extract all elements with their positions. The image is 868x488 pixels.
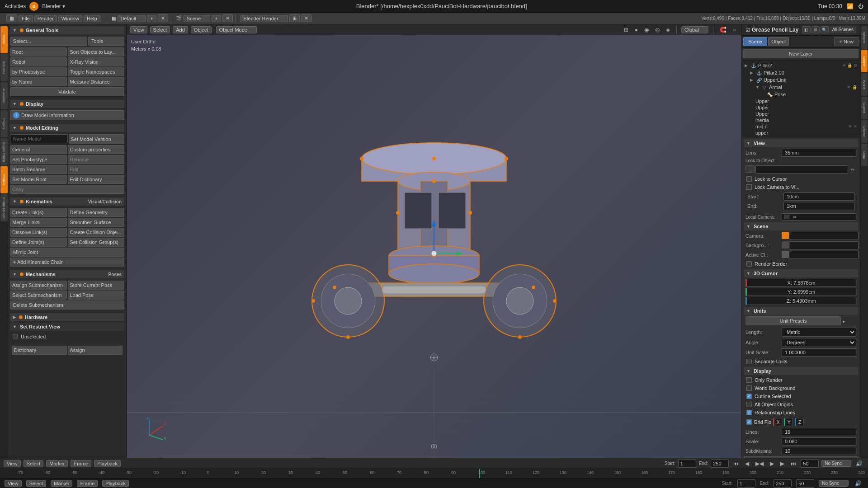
lock-object-input[interactable] (755, 165, 848, 174)
display-right-header[interactable]: ▼ Display (744, 367, 858, 375)
tree-item-midc[interactable]: mid c 👁 ✕ (743, 123, 859, 130)
robot-btn[interactable]: Robot (10, 57, 67, 66)
prop-tab-object[interactable]: Object (861, 97, 868, 119)
tab-relations[interactable]: Relations (0, 54, 8, 81)
viewport[interactable]: View Select Add Object Object Mode ⊞ ● ◉… (127, 24, 741, 458)
edit-dictionary-btn[interactable]: Edit Dictionary (68, 175, 125, 184)
viewport-menu-view[interactable]: View (130, 26, 147, 33)
activities-label[interactable]: Activities (5, 3, 26, 9)
scale-input[interactable] (782, 348, 856, 357)
set-model-root-btn[interactable]: Set Model Root (10, 175, 67, 184)
sort-objects-btn[interactable]: Sort Objects to Lay... (68, 47, 125, 56)
units-header[interactable]: ▼ Units (744, 307, 858, 315)
edit-btn[interactable]: Edit (68, 165, 125, 174)
load-pose-btn[interactable]: Load Pose (68, 291, 125, 300)
workspace-dropdown[interactable]: Default (118, 15, 146, 22)
mechanisms-header[interactable]: ▼ Mechanisms Poses (10, 270, 124, 278)
tab-physics[interactable]: Physics (0, 110, 8, 137)
new-layer-btn[interactable]: New Layer (743, 49, 859, 58)
batch-rename-btn[interactable]: Batch Rename (10, 165, 67, 174)
all-origins-toggle[interactable]: All Object Origins (744, 401, 858, 408)
timeline-view-btn[interactable]: View (4, 460, 21, 467)
engine-expand[interactable]: ⊞ (289, 14, 300, 22)
by-phobostype-btn[interactable]: by Phobostype (10, 67, 67, 76)
assign-submechanism-btn[interactable]: Assign Submechanism (10, 281, 67, 290)
start-frame-input[interactable] (678, 460, 696, 468)
snap-icon[interactable]: 🧲 (718, 26, 728, 34)
status-frame-input[interactable] (796, 479, 814, 488)
select-submechanism-btn[interactable]: Select Submechanism (10, 291, 67, 300)
view-layer-icon[interactable]: ▦ (6, 14, 17, 22)
current-frame-input[interactable] (801, 460, 819, 468)
engine-close[interactable]: ✕ (301, 14, 311, 22)
viewport-icon-wire[interactable]: ◎ (653, 26, 661, 34)
tree-item-upper-lower[interactable]: upper (743, 130, 859, 136)
status-frame-btn[interactable]: Frame (77, 480, 98, 487)
scene-tab-btn[interactable]: Scene (743, 37, 767, 46)
tools-btn[interactable]: Tools (88, 37, 124, 46)
scene-dropdown[interactable]: Scene (184, 15, 210, 22)
viewport-3d[interactable]: User Ortho Meters x 0.08 (127, 35, 741, 458)
subdivisions-input[interactable] (782, 447, 856, 455)
local-camera-pick[interactable]: ✏ (791, 214, 798, 221)
dissolve-links-btn[interactable]: Dissolve Link(s) (10, 228, 67, 237)
scene-close[interactable]: ✕ (222, 14, 233, 22)
toggle-namespaces-btn[interactable]: Toggle Namespaces (68, 67, 125, 76)
proportional-icon[interactable]: ○ (731, 26, 738, 34)
timeline-numbers[interactable]: -90-80-70-60-50-40-30-20-100102030405060… (0, 469, 868, 478)
skip-start-btn[interactable]: ⏮ (731, 460, 741, 468)
active-clip-input[interactable] (790, 251, 859, 259)
scene-section-header[interactable]: ▼ Scene (744, 222, 858, 230)
lock-camera-toggle[interactable]: Lock Camera to Vi... (744, 183, 858, 191)
display-header[interactable]: ▼ Display (10, 100, 124, 108)
timeline-marker-btn[interactable]: Marker (46, 460, 68, 467)
render-menu[interactable]: Render (34, 15, 57, 22)
lock-object-pick[interactable]: ✏ (849, 165, 856, 174)
end-frame-input[interactable] (711, 460, 729, 468)
render-border-toggle[interactable]: Render Border (744, 260, 858, 267)
validate-btn[interactable]: Validate (10, 87, 124, 96)
help-menu[interactable]: Help (84, 15, 100, 22)
tab-phobos[interactable]: Phobos (0, 166, 8, 193)
sync-dropdown[interactable]: No Sync (821, 460, 851, 467)
set-collision-group-btn[interactable]: Set Collision Group(s) (68, 238, 125, 247)
viewport-menu-select[interactable]: Select (150, 26, 170, 33)
skip-end-btn[interactable]: ⏭ (789, 460, 798, 468)
unit-presets-btn[interactable]: Unit Presets (745, 316, 841, 325)
play-btn[interactable]: ▶ (768, 460, 776, 468)
prop-tab-scene[interactable]: Scene (861, 50, 868, 72)
tab-create[interactable]: Create (0, 26, 8, 53)
world-bg-toggle[interactable]: World Background (744, 385, 858, 392)
object-mode-dropdown[interactable]: Object Mode (216, 26, 257, 33)
create-collision-btn[interactable]: Create Collision Obje... (68, 228, 125, 237)
tab-animation[interactable]: Animation (0, 82, 8, 109)
status-end-input[interactable] (774, 479, 792, 488)
background-input[interactable] (790, 241, 859, 249)
cursor-z-field[interactable]: Z: 5.4903mm (745, 297, 856, 305)
hardware-header[interactable]: ▶ Hardware (10, 313, 124, 321)
mimic-joint-btn[interactable]: Mimic Joint (10, 248, 124, 257)
clip-start-input[interactable] (783, 192, 854, 201)
next-frame-btn[interactable]: ▶ (778, 460, 786, 468)
grid-y-btn[interactable]: Y (784, 418, 793, 426)
status-playback-btn[interactable]: Playback (102, 480, 129, 487)
dictionary-btn[interactable]: Dictionary (12, 346, 67, 355)
angle-select[interactable]: Degrees Radians (782, 338, 856, 347)
unselected-toggle[interactable]: Unselected (10, 333, 124, 340)
tree-item-pillar2[interactable]: ▶ ⚓ Pillar2 👁 🔒 ⚙ (743, 62, 859, 69)
prop-tab-render[interactable]: Render (861, 26, 868, 49)
name-model-input[interactable] (10, 134, 68, 143)
lines-input[interactable] (782, 428, 856, 436)
all-scenes-label[interactable]: All Scenes (830, 26, 856, 33)
kinematics-header[interactable]: ▼ Kinematics Visual/Collision (10, 197, 124, 206)
unselected-checkbox[interactable] (13, 334, 18, 339)
prop-tab-world[interactable]: World (861, 73, 868, 96)
smoothen-surface-btn[interactable]: Smoothen Surface (68, 218, 125, 227)
timeline-frame-btn[interactable]: Frame (71, 460, 91, 467)
general-tools-header[interactable]: ▼ General Tools (10, 26, 124, 34)
outline-selected-toggle[interactable]: ✓ Outline Selected (744, 393, 858, 400)
xray-vision-btn[interactable]: X-Ray Vision (68, 57, 125, 66)
tree-item-inertia[interactable]: inertia (743, 117, 859, 123)
status-select-btn[interactable]: Select (26, 480, 47, 487)
merge-links-btn[interactable]: Merge Links (10, 218, 67, 227)
